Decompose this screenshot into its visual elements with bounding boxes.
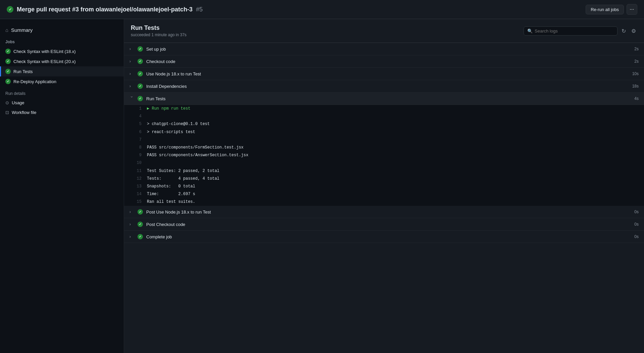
log-line-content: PASS src/components/AnswerSection.test.j… <box>147 152 248 159</box>
top-bar-left: Merge pull request #3 from olawanlejoel/… <box>7 6 203 13</box>
step-row-post-checkout[interactable]: ›Post Checkout code0s <box>124 218 644 231</box>
step-row-setup[interactable]: ›Set up job2s <box>124 43 644 55</box>
job-success-icon-job4 <box>5 79 11 84</box>
log-line-number: 15 <box>129 199 142 205</box>
log-line-content: Tests: 4 passed, 4 total <box>147 176 219 182</box>
sidebar-item-job2[interactable]: Check Syntax with ESLint (20.x) <box>0 56 124 66</box>
log-line-number: 9 <box>129 152 142 159</box>
step-time-setup: 2s <box>629 47 639 51</box>
log-line: 13Snapshots: 0 total <box>124 183 644 190</box>
job-header-left: Run Tests succeeded 1 minute ago in 37s <box>131 24 186 37</box>
step-time-checkout: 2s <box>629 59 639 64</box>
sidebar-job-label-job4: Re-Deploy Application <box>13 79 56 84</box>
chevron-complete: › <box>129 234 134 239</box>
step-name-post-nodejs: Post Use Node.js 18.x to run Test <box>146 210 625 215</box>
log-line: 12Tests: 4 passed, 4 total <box>124 175 644 183</box>
rerun-all-button[interactable]: Re-run all jobs <box>586 5 624 14</box>
log-line: 11Test Suites: 2 passed, 2 total <box>124 167 644 175</box>
log-line-content: PASS src/components/FormSection.test.jsx <box>147 144 244 151</box>
step-success-icon-setup <box>138 46 143 52</box>
job-header-right: 🔍 ↻ ⚙ <box>524 26 637 36</box>
sidebar-item-job1[interactable]: Check Syntax with ESLint (18.x) <box>0 46 124 56</box>
sidebar-run-label-usage: Usage <box>12 100 24 105</box>
log-line: 14Time: 2.697 s <box>124 190 644 198</box>
run-number: #5 <box>196 6 203 13</box>
sidebar-item-job4[interactable]: Re-Deploy Application <box>0 76 124 86</box>
step-row-install[interactable]: ›Install Dependencies18s <box>124 80 644 93</box>
job-success-icon-job1 <box>5 49 11 54</box>
settings-button[interactable]: ⚙ <box>630 26 637 36</box>
job-status-text: succeeded 1 minute ago in 37s <box>131 33 186 37</box>
chevron-post-nodejs: › <box>129 210 134 214</box>
step-name-complete: Complete job <box>146 234 625 239</box>
log-line-number: 7 <box>129 137 142 143</box>
log-line-number: 11 <box>129 168 142 174</box>
sidebar-run-item-workflow[interactable]: ⊡Workflow file <box>0 108 124 117</box>
log-line: 6> react-scripts test <box>124 128 644 136</box>
log-line: 4 <box>124 113 644 120</box>
log-line-content: Ran all test suites. <box>147 199 195 205</box>
sidebar-run-label-workflow: Workflow file <box>12 110 36 115</box>
step-time-post-nodejs: 0s <box>629 210 639 214</box>
sidebar-run-item-usage[interactable]: ⊙Usage <box>0 98 124 108</box>
chevron-runtests: › <box>129 96 134 101</box>
search-logs-box[interactable]: 🔍 <box>524 26 618 36</box>
step-time-complete: 0s <box>629 234 639 239</box>
step-row-checkout[interactable]: ›Checkout code2s <box>124 55 644 68</box>
job-success-icon-job2 <box>5 59 11 64</box>
step-time-nodejs: 10s <box>629 71 639 76</box>
chevron-post-checkout: › <box>129 222 134 227</box>
step-time-runtests: 4s <box>629 96 639 101</box>
log-line-number: 8 <box>129 144 142 151</box>
log-line-number: 5 <box>129 121 142 127</box>
log-line: 10 <box>124 159 644 167</box>
content-area: Run Tests succeeded 1 minute ago in 37s … <box>124 19 644 353</box>
top-bar: Merge pull request #3 from olawanlejoel/… <box>0 0 644 19</box>
step-name-setup: Set up job <box>146 47 625 52</box>
sidebar-item-job3[interactable]: Run Tests <box>0 66 124 76</box>
log-line: 1▶ Run npm run test <box>124 105 644 113</box>
steps-list: ›Set up job2s›Checkout code2s›Use Node.j… <box>124 43 644 353</box>
step-name-nodejs: Use Node.js 18.x to run Test <box>146 71 625 76</box>
step-row-complete[interactable]: ›Complete job0s <box>124 231 644 243</box>
log-line: 7 <box>124 136 644 144</box>
more-options-button[interactable]: ··· <box>627 4 637 15</box>
step-name-checkout: Checkout code <box>146 59 625 64</box>
step-time-install: 18s <box>629 84 639 89</box>
step-name-post-checkout: Post Checkout code <box>146 222 625 227</box>
log-line-content: Test Suites: 2 passed, 2 total <box>147 168 219 174</box>
chevron-nodejs: › <box>129 71 134 76</box>
refresh-button[interactable]: ↻ <box>620 26 627 36</box>
log-line-number: 6 <box>129 129 142 135</box>
step-name-install: Install Dependencies <box>146 84 625 89</box>
run-success-icon <box>7 6 13 13</box>
step-name-runtests: Run Tests <box>146 96 625 101</box>
step-row-nodejs[interactable]: ›Use Node.js 18.x to run Test10s <box>124 68 644 80</box>
search-logs-input[interactable] <box>535 28 614 34</box>
log-line-number: 4 <box>129 113 142 120</box>
log-line-content: > chatgpt-clone@0.1.0 test <box>147 121 210 127</box>
step-row-runtests[interactable]: ›Run Tests4s <box>124 93 644 105</box>
sidebar-item-summary[interactable]: ⌂ Summary <box>0 24 124 36</box>
sidebar-run-details-list: ⊙Usage⊡Workflow file <box>0 98 124 117</box>
step-success-icon-post-nodejs <box>138 209 143 215</box>
search-icon: 🔍 <box>527 28 533 34</box>
chevron-checkout: › <box>129 59 134 64</box>
job-success-icon-job3 <box>5 69 11 74</box>
jobs-section-label: Jobs <box>0 36 124 46</box>
usage-icon: ⊙ <box>5 100 9 105</box>
summary-label: Summary <box>11 27 33 33</box>
log-line: 15Ran all test suites. <box>124 198 644 206</box>
step-success-icon-checkout <box>138 59 143 64</box>
step-row-post-nodejs[interactable]: ›Post Use Node.js 18.x to run Test0s <box>124 206 644 218</box>
chevron-setup: › <box>129 47 134 51</box>
log-line-content: Snapshots: 0 total <box>147 183 195 190</box>
job-title: Run Tests <box>131 24 186 32</box>
log-line-number: 14 <box>129 191 142 197</box>
log-line-number: 12 <box>129 176 142 182</box>
log-line: 9PASS src/components/AnswerSection.test.… <box>124 152 644 159</box>
top-bar-right: Re-run all jobs ··· <box>586 4 637 15</box>
main-layout: ⌂ Summary Jobs Check Syntax with ESLint … <box>0 19 644 353</box>
home-icon: ⌂ <box>5 27 8 33</box>
sidebar: ⌂ Summary Jobs Check Syntax with ESLint … <box>0 19 124 353</box>
